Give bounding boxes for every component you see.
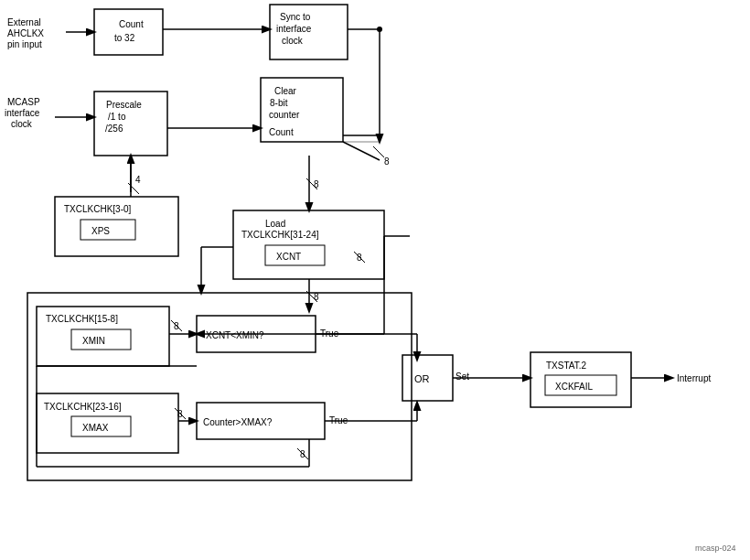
svg-text:clock: clock [11,119,33,129]
svg-text:Load: Load [265,219,285,229]
svg-text:pin input: pin input [7,39,42,49]
svg-text:Counter>XMAX?: Counter>XMAX? [203,417,273,427]
svg-text:OR: OR [414,373,430,384]
svg-text:Set: Set [455,372,469,382]
svg-text:Interrupt: Interrupt [677,373,711,383]
svg-text:interface: interface [276,24,312,34]
svg-text:/256: /256 [105,124,123,134]
svg-text:XCKFAIL: XCKFAIL [555,382,594,392]
svg-line-33 [343,142,380,160]
svg-text:AHCLKX: AHCLKX [7,28,44,38]
svg-text:8-bit: 8-bit [270,98,288,108]
svg-text:Sync to: Sync to [280,12,311,22]
svg-text:Count: Count [269,127,294,137]
svg-line-32 [373,146,384,157]
svg-text:mcasp-024: mcasp-024 [695,544,736,553]
svg-text:8: 8 [384,156,390,167]
svg-text:interface: interface [5,108,40,118]
svg-text:Clear: Clear [274,86,297,96]
svg-rect-4 [94,9,163,55]
svg-text:XMIN: XMIN [82,336,105,346]
svg-text:TXCLKCHK[31-24]: TXCLKCHK[31-24] [241,230,319,240]
svg-text:TXCLKCHK[3-0]: TXCLKCHK[3-0] [64,204,132,214]
svg-point-14 [377,27,382,32]
svg-text:4: 4 [135,175,141,185]
svg-text:TXCLKCHK[15-8]: TXCLKCHK[15-8] [46,314,118,324]
svg-text:XPS: XPS [91,226,110,236]
svg-text:/1 to: /1 to [108,112,126,122]
svg-text:to 32: to 32 [114,33,135,43]
circuit-diagram: External AHCLKX pin input Count to 32 Sy… [0,0,750,560]
svg-text:Count: Count [119,19,144,29]
svg-text:counter: counter [269,110,300,120]
svg-text:Prescale: Prescale [106,100,142,110]
svg-text:XCNT: XCNT [276,252,301,262]
svg-text:clock: clock [282,36,304,46]
diagram-container: External AHCLKX pin input Count to 32 Sy… [0,0,750,560]
svg-text:MCASP: MCASP [7,97,40,107]
svg-text:XCNT<XMIN?: XCNT<XMIN? [206,330,264,340]
svg-text:TXCLKCHK[23-16]: TXCLKCHK[23-16] [44,402,122,412]
svg-text:External: External [7,17,41,27]
svg-text:XMAX: XMAX [82,423,109,433]
svg-text:TXSTAT.2: TXSTAT.2 [546,361,587,371]
